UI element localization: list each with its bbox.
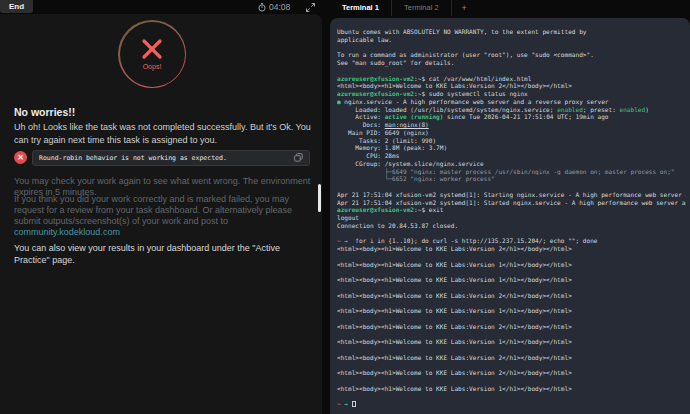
failure-x-icon	[141, 38, 163, 60]
stopwatch-icon	[258, 3, 266, 12]
error-message-text: Round-robin behavior is not working as e…	[39, 154, 294, 162]
result-heading: No worries!!	[14, 106, 75, 118]
tab-terminal-1[interactable]: Terminal 1	[330, 0, 392, 16]
oops-circle: Oops!	[118, 20, 186, 88]
tab-terminal-2[interactable]: Terminal 2	[392, 0, 452, 16]
result-panel: Oops! No worries!! Uh oh! Looks like the…	[0, 14, 322, 414]
terminal-tab-bar: Terminal 1 Terminal 2 +	[330, 0, 690, 16]
terminal-panel[interactable]: Ubuntu comes with ABSOLUTELY NO WARRANTY…	[330, 18, 690, 414]
end-button[interactable]: End	[0, 0, 33, 13]
review-text-body: If you think you did your work correctly…	[14, 194, 292, 226]
copy-icon[interactable]	[294, 153, 303, 162]
error-badge-icon: ✕	[14, 151, 27, 164]
results-dashboard-text: You can also view your results in your d…	[14, 242, 314, 266]
error-message-pill: Round-robin behavior is not working as e…	[32, 150, 310, 166]
timer-value: 04:08	[269, 2, 290, 12]
new-terminal-button[interactable]: +	[452, 3, 477, 13]
result-intro-text: Uh oh! Looks like the task was not compl…	[14, 121, 312, 147]
oops-label: Oops!	[143, 63, 162, 70]
panel-scrollbar-thumb[interactable]	[318, 184, 321, 212]
review-text: If you think you did your work correctly…	[14, 194, 314, 238]
session-timer: 04:08	[258, 1, 290, 13]
expand-icon[interactable]	[305, 2, 316, 13]
terminal-output: Ubuntu comes with ABSOLUTELY NO WARRANTY…	[330, 18, 690, 408]
community-link[interactable]: community.kodekloud.com	[14, 227, 120, 237]
error-message-row: ✕ Round-robin behavior is not working as…	[14, 149, 310, 166]
